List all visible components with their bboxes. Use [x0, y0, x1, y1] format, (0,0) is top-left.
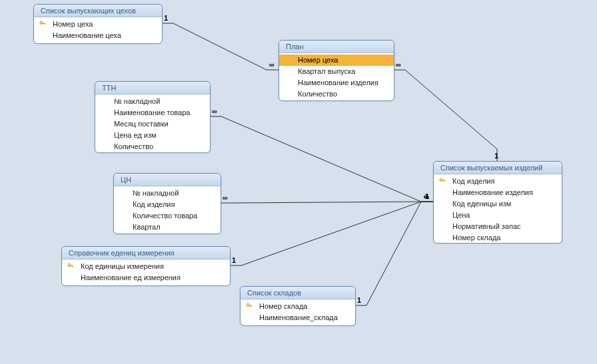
- table-products[interactable]: Список выпускаемых изделийКод изделияНаи…: [433, 161, 562, 244]
- primary-key-icon: [246, 303, 253, 309]
- field-label: Наименование товара: [102, 108, 190, 116]
- relationship-cardinality: 1: [425, 192, 429, 200]
- relationship-cardinality: ∞: [424, 192, 429, 200]
- table-title[interactable]: План: [279, 41, 394, 53]
- field-label: Наименование изделия: [440, 188, 533, 196]
- relationship-cardinality: ∞: [223, 194, 228, 202]
- field-list: Код единицы измеренияНаименование ед изм…: [62, 260, 230, 286]
- field-list: Номер складаНаименование_склада: [241, 299, 355, 326]
- field-label: Наименование цеха: [41, 31, 121, 39]
- field-row[interactable]: Месяц поставки: [95, 118, 210, 130]
- field-label: Месяц поставки: [102, 120, 169, 128]
- table-title[interactable]: Список выпускаемых изделий: [434, 162, 562, 174]
- relationship-cardinality: 1: [164, 14, 168, 22]
- table-title[interactable]: Список выпускающих цехов: [34, 5, 162, 17]
- field-list: Номер цехаНаименование цеха: [34, 17, 162, 44]
- field-label: Номер цеха: [286, 56, 338, 64]
- field-list: № накладнойНаименование товараМесяц пост…: [95, 94, 210, 153]
- field-row[interactable]: Код изделия: [434, 176, 562, 187]
- svg-line-10: [232, 202, 421, 203]
- svg-line-7: [221, 116, 421, 202]
- field-label: Квартал выпуска: [286, 67, 355, 75]
- field-row[interactable]: Квартал: [114, 222, 221, 233]
- field-row[interactable]: Наименование_склада: [241, 312, 355, 323]
- field-row[interactable]: Количество товара: [114, 210, 221, 222]
- table-title[interactable]: ЦН: [114, 174, 221, 186]
- field-row[interactable]: Цена ед изм: [95, 130, 210, 141]
- table-plan[interactable]: ПланНомер цехаКвартал выпускаНаименовани…: [279, 40, 394, 101]
- field-label: Нормативный запас: [440, 222, 521, 230]
- field-label: Наименование ед измерения: [69, 273, 181, 281]
- relationship-cardinality: ∞: [212, 107, 217, 115]
- field-row[interactable]: Квартал выпуска: [279, 66, 394, 77]
- svg-rect-20: [45, 23, 45, 25]
- field-row[interactable]: № накладной: [95, 96, 210, 107]
- field-label: Количество товара: [121, 212, 197, 220]
- field-label: Номер склада: [440, 234, 500, 242]
- table-stores[interactable]: Список складовНомер складаНаименование_с…: [240, 286, 356, 326]
- field-label: Номер цеха: [41, 20, 93, 28]
- field-label: Наименование изделия: [286, 79, 378, 87]
- field-label: Номер склада: [247, 302, 307, 310]
- field-label: Количество: [286, 90, 337, 98]
- field-row[interactable]: Номер цеха: [34, 19, 162, 30]
- primary-key-icon: [439, 178, 446, 184]
- field-row[interactable]: Код единицы измерения: [62, 261, 230, 272]
- field-row[interactable]: Наименование изделия: [434, 187, 562, 198]
- svg-rect-26: [251, 305, 252, 307]
- relationship-cardinality: 1: [357, 296, 361, 304]
- field-label: Код изделия: [440, 177, 494, 185]
- table-ttn[interactable]: ТТН№ накладнойНаименование товараМесяц п…: [95, 81, 211, 153]
- field-row[interactable]: Цена: [434, 210, 562, 221]
- svg-rect-29: [444, 180, 445, 182]
- table-workshops[interactable]: Список выпускающих цеховНомер цехаНаимен…: [33, 4, 163, 44]
- field-row[interactable]: Наименование ед измерения: [62, 272, 230, 283]
- field-label: Цена: [440, 211, 470, 219]
- field-row[interactable]: Код еденицы изм: [434, 198, 562, 210]
- table-title[interactable]: ТТН: [95, 82, 210, 94]
- relationship-cardinality: ∞: [269, 61, 275, 69]
- relationship-cardinality: 1: [232, 256, 236, 264]
- svg-line-13: [241, 202, 421, 266]
- field-row[interactable]: Нормативный запас: [434, 221, 562, 232]
- field-label: Количество: [102, 142, 153, 150]
- relationship-cardinality: 1: [494, 152, 498, 160]
- relationship-cardinality: ∞: [424, 192, 429, 200]
- field-label: Квартал: [121, 223, 161, 231]
- field-row[interactable]: Номер цеха: [279, 55, 394, 66]
- svg-rect-23: [73, 266, 73, 268]
- field-list: Номер цехаКвартал выпускаНаименование из…: [279, 53, 394, 101]
- table-title[interactable]: Справочник едениц измерения: [62, 247, 230, 260]
- field-list: Код изделияНаименование изделияКод едени…: [434, 174, 562, 244]
- table-title[interactable]: Список складов: [241, 287, 355, 299]
- svg-line-16: [366, 202, 421, 305]
- field-row[interactable]: Количество: [279, 89, 394, 100]
- field-row[interactable]: Количество: [95, 141, 210, 152]
- field-row[interactable]: № накладной: [114, 188, 221, 199]
- field-row[interactable]: Наименование товара: [95, 107, 210, 118]
- svg-line-1: [173, 23, 267, 70]
- field-label: № накладной: [102, 97, 160, 105]
- relationship-cardinality: 1: [425, 192, 429, 200]
- field-row[interactable]: Наименование цеха: [34, 30, 162, 41]
- primary-key-icon: [67, 263, 74, 270]
- field-row[interactable]: Номер склада: [434, 232, 562, 244]
- table-units[interactable]: Справочник едениц измеренияКод единицы и…: [61, 246, 231, 286]
- field-list: № накладнойКод изделияКоличество товараК…: [114, 186, 221, 234]
- svg-line-4: [405, 70, 497, 149]
- relationship-diagram-canvas[interactable]: Список выпускающих цеховНомер цехаНаимен…: [0, 0, 597, 364]
- field-label: № накладной: [121, 189, 179, 197]
- field-row[interactable]: Номер склада: [241, 301, 355, 312]
- field-row[interactable]: Наименование изделия: [279, 77, 394, 89]
- field-label: Код единицы измерения: [69, 262, 164, 270]
- relationship-cardinality: ∞: [396, 61, 401, 69]
- table-cn[interactable]: ЦН№ накладнойКод изделияКоличество товар…: [113, 173, 221, 234]
- field-label: Цена ед изм: [102, 131, 157, 139]
- field-label: Код изделия: [121, 200, 175, 208]
- field-row[interactable]: Код изделия: [114, 199, 221, 210]
- field-label: Наименование_склада: [247, 313, 338, 321]
- primary-key-icon: [39, 21, 46, 27]
- field-label: Код еденицы изм: [440, 200, 511, 208]
